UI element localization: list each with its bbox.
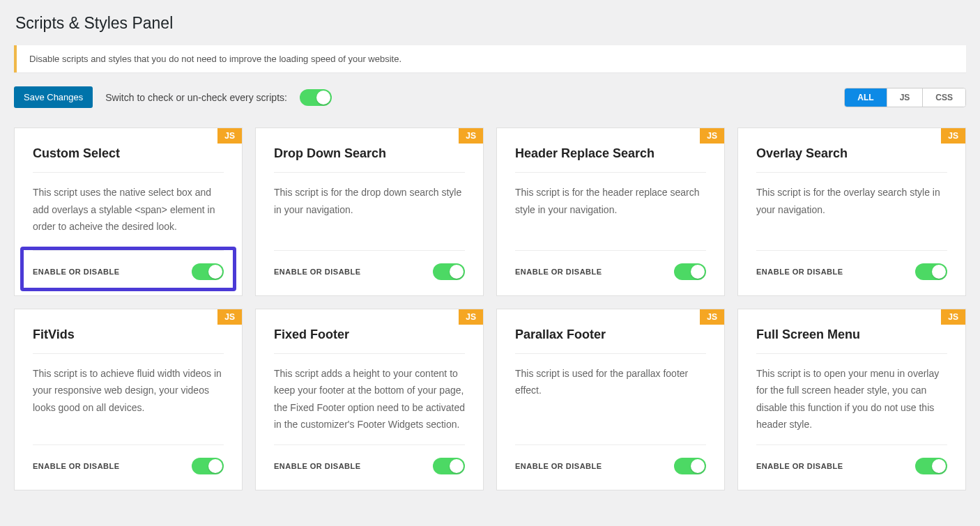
js-badge: JS: [700, 128, 724, 144]
card-footer: ENABLE OR DISABLE: [33, 250, 224, 280]
js-badge: JS: [941, 309, 965, 325]
card-fitvids: JS FitVids This script is to achieve flu…: [14, 309, 243, 490]
card-fixed-footer: JS Fixed Footer This script adds a heigh…: [255, 309, 484, 490]
card-toggle[interactable]: [433, 263, 465, 280]
card-title: Custom Select: [33, 146, 224, 161]
js-badge: JS: [217, 128, 242, 144]
card-title: Header Replace Search: [515, 146, 706, 161]
card-header-replace-search: JS Header Replace Search This script is …: [496, 127, 725, 296]
card-toggle[interactable]: [915, 458, 947, 474]
master-switch-label: Switch to check or un-check every script…: [105, 92, 287, 103]
enable-disable-label: ENABLE OR DISABLE: [33, 268, 120, 276]
card-title: Parallax Footer: [515, 327, 706, 342]
card-drop-down-search: JS Drop Down Search This script is for t…: [255, 127, 484, 296]
card-footer: ENABLE OR DISABLE: [756, 250, 947, 280]
divider: [756, 172, 947, 173]
card-description: This script uses the native select box a…: [33, 184, 224, 235]
cards-grid: JS Custom Select This script uses the na…: [14, 127, 966, 490]
card-description: This script adds a height to your conten…: [274, 365, 465, 433]
page-title: Scripts & Styles Panel: [15, 14, 966, 33]
save-button[interactable]: Save Changes: [14, 86, 93, 108]
card-title: Full Screen Menu: [756, 327, 947, 342]
filter-tab-js[interactable]: JS: [887, 88, 924, 107]
card-full-screen-menu: JS Full Screen Menu This script is to op…: [737, 309, 966, 490]
card-title: Overlay Search: [756, 146, 947, 161]
card-footer: ENABLE OR DISABLE: [274, 250, 465, 280]
js-badge: JS: [700, 309, 724, 325]
enable-disable-label: ENABLE OR DISABLE: [515, 462, 602, 470]
divider: [274, 172, 465, 173]
divider: [274, 353, 465, 354]
card-title: Fixed Footer: [274, 327, 465, 342]
card-footer: ENABLE OR DISABLE: [515, 444, 706, 474]
divider: [515, 353, 706, 354]
card-footer: ENABLE OR DISABLE: [33, 444, 224, 474]
card-overlay-search: JS Overlay Search This script is for the…: [737, 127, 966, 296]
card-title: FitVids: [33, 327, 224, 342]
master-toggle[interactable]: [300, 89, 332, 106]
card-toggle[interactable]: [915, 263, 947, 280]
enable-disable-label: ENABLE OR DISABLE: [515, 268, 602, 276]
filter-tabs: ALL JS CSS: [844, 88, 966, 107]
card-custom-select: JS Custom Select This script uses the na…: [14, 127, 243, 296]
card-footer: ENABLE OR DISABLE: [756, 444, 947, 474]
card-toggle[interactable]: [433, 458, 465, 474]
divider: [33, 172, 224, 173]
enable-disable-label: ENABLE OR DISABLE: [33, 462, 120, 470]
card-description: This script is for the header replace se…: [515, 184, 706, 239]
card-description: This script is used for the parallax foo…: [515, 365, 706, 433]
card-description: This script is for the drop down search …: [274, 184, 465, 239]
card-footer: ENABLE OR DISABLE: [274, 444, 465, 474]
card-title: Drop Down Search: [274, 146, 465, 161]
toolbar: Save Changes Switch to check or un-check…: [14, 86, 966, 108]
js-badge: JS: [217, 309, 242, 325]
card-parallax-footer: JS Parallax Footer This script is used f…: [496, 309, 725, 490]
enable-disable-label: ENABLE OR DISABLE: [756, 268, 843, 276]
card-description: This script is to achieve fluid width vi…: [33, 365, 224, 433]
js-badge: JS: [459, 309, 483, 325]
card-toggle[interactable]: [192, 458, 224, 474]
card-toggle[interactable]: [192, 263, 224, 280]
card-footer: ENABLE OR DISABLE: [515, 250, 706, 280]
enable-disable-label: ENABLE OR DISABLE: [756, 462, 843, 470]
js-badge: JS: [941, 128, 965, 144]
divider: [515, 172, 706, 173]
card-description: This script is to open your menu in over…: [756, 365, 947, 433]
enable-disable-label: ENABLE OR DISABLE: [274, 268, 361, 276]
toolbar-left: Save Changes Switch to check or un-check…: [14, 86, 332, 108]
divider: [756, 353, 947, 354]
notice-bar: Disable scripts and styles that you do n…: [14, 45, 966, 72]
divider: [33, 353, 224, 354]
card-toggle[interactable]: [674, 263, 706, 280]
card-description: This script is for the overlay search st…: [756, 184, 947, 239]
js-badge: JS: [459, 128, 483, 144]
enable-disable-label: ENABLE OR DISABLE: [274, 462, 361, 470]
filter-tab-all[interactable]: ALL: [845, 88, 887, 107]
card-toggle[interactable]: [674, 458, 706, 474]
filter-tab-css[interactable]: CSS: [923, 88, 965, 107]
